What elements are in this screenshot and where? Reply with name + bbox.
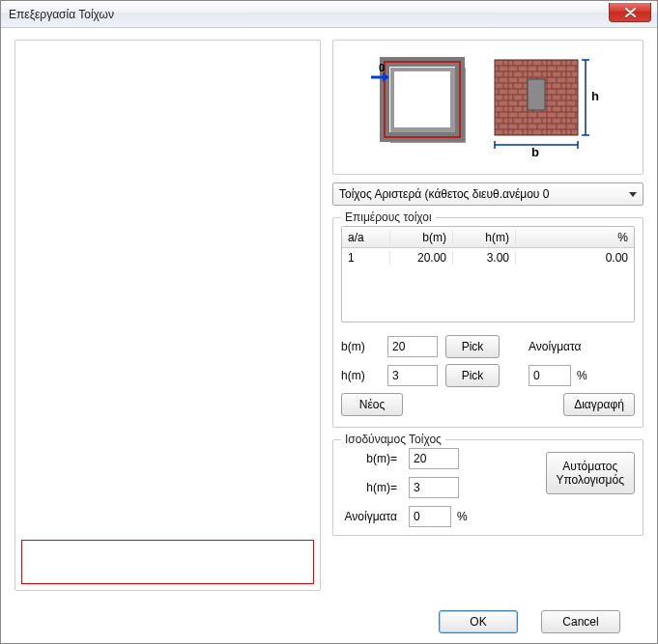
svg-rect-3 [394, 71, 450, 127]
close-button[interactable] [609, 3, 651, 22]
content-area: 0 [1, 28, 657, 601]
auto-calc-line2: Υπολογισμός [557, 473, 625, 487]
td-b: 20.00 [390, 251, 453, 265]
dropdown-selected: Τοίχος Αριστερά (κάθετος διευθ.ανέμου 0 [339, 187, 549, 201]
svg-text:b: b [531, 145, 539, 159]
eq-h-label: h(m)= [341, 481, 399, 494]
b-label: b(m) [341, 340, 380, 353]
eq-openings-label: Ανοίγματα [341, 510, 399, 523]
svg-text:h: h [591, 89, 599, 103]
pick-b-button[interactable]: Pick [445, 335, 500, 358]
selection-rect [21, 540, 314, 584]
equivalent-title: Ισοδύναμος Τοίχος [341, 433, 445, 446]
delete-button[interactable]: Διαγραφή [563, 393, 635, 416]
origin-label: 0 [379, 62, 385, 73]
wall-side-dropdown[interactable]: Τοίχος Αριστερά (κάθετος διευθ.ανέμου 0 [332, 182, 644, 206]
th-p: % [516, 231, 634, 244]
eq-b-label: b(m)= [341, 452, 399, 465]
dialog-window: Επεξεργασία Τοίχων 0 [0, 0, 658, 644]
equivalent-group: Ισοδύναμος Τοίχος b(m)= Αυτόματος Υπολογ… [332, 439, 644, 536]
eq-openings-input[interactable] [409, 506, 451, 527]
table-body: 120.003.000.00 [342, 248, 634, 322]
right-column: 0 [332, 40, 644, 591]
close-icon [625, 8, 636, 17]
auto-calc-button[interactable]: Αυτόματος Υπολογισμός [546, 452, 636, 494]
ok-button[interactable]: OK [439, 610, 518, 633]
eq-openings-unit: % [457, 510, 468, 523]
eq-h-input[interactable] [409, 477, 459, 498]
left-column [14, 40, 321, 591]
titlebar: Επεξεργασία Τοίχων [1, 1, 657, 28]
th-b: b(m) [390, 231, 453, 244]
plan-icon: 0 [371, 54, 477, 160]
th-aa: a/a [342, 231, 390, 244]
chevron-down-icon [629, 192, 637, 197]
b-input[interactable] [387, 336, 438, 357]
canvas-preview[interactable] [14, 40, 321, 591]
td-aa: 1 [342, 251, 390, 265]
td-p: 0.00 [516, 251, 634, 265]
openings-unit: % [577, 369, 587, 382]
subwalls-table[interactable]: a/a b(m) h(m) % 120.003.000.00 [341, 226, 635, 322]
subwalls-group: Επιμέρους τοίχοι a/a b(m) h(m) % 120.003… [332, 217, 644, 428]
table-row[interactable]: 120.003.000.00 [342, 248, 634, 267]
pick-h-button[interactable]: Pick [445, 364, 500, 387]
th-h: h(m) [453, 231, 516, 244]
new-button[interactable]: Νέος [341, 393, 403, 416]
openings-label: Ανοίγματα [529, 340, 582, 353]
auto-calc-line1: Αυτόματος [562, 460, 617, 473]
subwalls-title: Επιμέρους τοίχοι [341, 210, 436, 224]
cancel-button[interactable]: Cancel [541, 610, 620, 633]
h-label: h(m) [341, 369, 380, 382]
elevation-icon: h b [489, 54, 605, 160]
h-input[interactable] [387, 365, 438, 386]
dialog-footer: OK Cancel [1, 601, 657, 643]
wall-illustration: 0 [332, 40, 644, 175]
openings-input[interactable] [529, 365, 571, 386]
svg-rect-11 [528, 79, 545, 110]
window-title: Επεξεργασία Τοίχων [9, 8, 114, 21]
eq-b-input[interactable] [409, 448, 459, 469]
table-header: a/a b(m) h(m) % [342, 227, 634, 248]
td-h: 3.00 [453, 251, 516, 265]
